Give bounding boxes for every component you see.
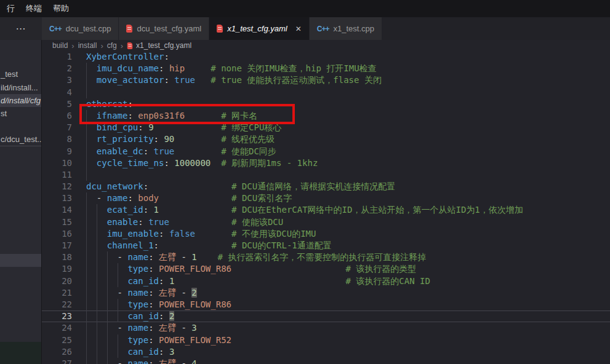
code-line[interactable]: 18 - name: 左臂 - 1 # 执行器索引名字，不需要控制的执行器可直接…: [42, 251, 610, 263]
line-content[interactable]: channel_1: # DCU的CTRL-1通道配置: [86, 240, 610, 251]
line-number[interactable]: 10: [42, 157, 72, 169]
line-number[interactable]: 2: [42, 63, 72, 74]
line-content[interactable]: ethercat:: [86, 98, 610, 110]
line-number[interactable]: 17: [42, 240, 72, 251]
line-number[interactable]: 16: [42, 228, 72, 240]
line-number[interactable]: 25: [42, 334, 72, 346]
line-number[interactable]: 12: [42, 181, 72, 192]
code-line[interactable]: 25 type: POWER_FLOW_R52: [42, 334, 610, 346]
code-line[interactable]: 10 cycle_time_ns: 1000000 # 刷新周期1ms - 1k…: [42, 157, 610, 169]
line-content[interactable]: enable: true # 使能该DCU: [86, 216, 610, 228]
line-content[interactable]: XyberController:: [86, 51, 610, 63]
code-line[interactable]: 4: [42, 87, 610, 98]
close-icon[interactable]: ✕: [295, 25, 302, 33]
sidebar-item[interactable]: [0, 254, 42, 267]
line-number[interactable]: 9: [42, 146, 72, 157]
breadcrumb-segment[interactable]: build: [52, 41, 68, 50]
code-line[interactable]: 5ethercat:: [42, 98, 610, 110]
sidebar-item[interactable]: _test: [0, 68, 42, 81]
tab-x1-test-cfg-yaml[interactable]: x1_test_cfg.yaml✕: [209, 17, 309, 40]
code-line[interactable]: 14 ecat_id: 1 # DCU在EtherCAT网络中的ID，从主站开始…: [42, 204, 610, 216]
code-line[interactable]: 8 rt_priority: 90 # 线程优先级: [42, 133, 610, 145]
code-line[interactable]: 12dcu_network: # DCU通信网络，请根据实机连接情况配置: [42, 181, 610, 192]
line-content[interactable]: [86, 169, 610, 181]
code-line[interactable]: 7 bind_cpu: 9 # 绑定CPU核心: [42, 122, 610, 133]
line-number[interactable]: 18: [42, 251, 72, 263]
tab-x1-test-cpp[interactable]: C++x1_test.cpp: [310, 17, 382, 40]
line-number[interactable]: 3: [42, 74, 72, 86]
line-number[interactable]: 6: [42, 110, 72, 122]
code-line[interactable]: 2 imu_dcu_name: hip # none 关闭IMU检查，hip 打…: [42, 63, 610, 74]
line-number[interactable]: 26: [42, 346, 72, 358]
code-line[interactable]: 22 type: POWER_FLOW_R86: [42, 299, 610, 311]
line-number[interactable]: 4: [42, 87, 72, 98]
code-line[interactable]: 26 can_id: 3: [42, 346, 610, 358]
breadcrumb-file[interactable]: x1_test_cfg.yaml: [127, 41, 191, 50]
code-line[interactable]: 17 channel_1: # DCU的CTRL-1通道配置: [42, 240, 610, 251]
line-number[interactable]: 15: [42, 216, 72, 228]
code-line[interactable]: 24 - name: 左臂 - 3: [42, 322, 610, 334]
line-content[interactable]: - name: 左臂 - 2: [86, 287, 610, 299]
line-number[interactable]: 23: [42, 311, 72, 322]
line-content[interactable]: - name: 左臂 - 4: [86, 358, 610, 364]
code-line[interactable]: 1XyberController:: [42, 51, 610, 63]
line-number[interactable]: 11: [42, 169, 72, 181]
line-content[interactable]: rt_priority: 90 # 线程优先级: [86, 133, 610, 145]
line-content[interactable]: imu_enable: false # 不使用该DCU的IMU: [86, 228, 610, 240]
line-number[interactable]: 8: [42, 133, 72, 145]
code-line[interactable]: 16 imu_enable: false # 不使用该DCU的IMU: [42, 228, 610, 240]
code-line[interactable]: 23 can_id: 2: [42, 311, 610, 322]
more-actions-button[interactable]: ⋯: [0, 17, 42, 40]
code-line[interactable]: 27 - name: 左臂 - 4: [42, 358, 610, 364]
code-line[interactable]: 9 enable_dc: true # 使能DC同步: [42, 146, 610, 157]
line-number[interactable]: 20: [42, 275, 72, 287]
line-content[interactable]: ecat_id: 1 # DCU在EtherCAT网络中的ID，从主站开始，第一…: [86, 204, 610, 216]
line-content[interactable]: - name: 左臂 - 3: [86, 322, 610, 334]
tab-dcu-test-cfg-yaml[interactable]: dcu_test_cfg.yaml: [119, 17, 209, 40]
line-content[interactable]: dcu_network: # DCU通信网络，请根据实机连接情况配置: [86, 181, 610, 192]
menu-item-help[interactable]: 帮助: [47, 1, 74, 16]
line-number[interactable]: 14: [42, 204, 72, 216]
code-area[interactable]: 1XyberController:2 imu_dcu_name: hip # n…: [42, 51, 610, 364]
line-number[interactable]: 21: [42, 287, 72, 299]
sidebar-item[interactable]: ild/install...: [0, 81, 42, 94]
code-line[interactable]: 3 move_actuator: true # true 使能执行器运动测试，f…: [42, 74, 610, 86]
line-number[interactable]: 1: [42, 51, 72, 63]
code-line[interactable]: 19 type: POWER_FLOW_R86 # 该执行器的类型: [42, 263, 610, 275]
line-content[interactable]: type: POWER_FLOW_R52: [86, 334, 610, 346]
line-content[interactable]: imu_dcu_name: hip # none 关闭IMU检查，hip 打开I…: [86, 63, 610, 74]
code-line[interactable]: 21 - name: 左臂 - 2: [42, 287, 610, 299]
line-number[interactable]: 19: [42, 263, 72, 275]
line-number[interactable]: 13: [42, 192, 72, 204]
line-content[interactable]: can_id: 3: [86, 346, 610, 358]
line-number[interactable]: 22: [42, 299, 72, 311]
line-number[interactable]: 24: [42, 322, 72, 334]
line-content[interactable]: - name: 左臂 - 1 # 执行器索引名字，不需要控制的执行器可直接注释掉: [86, 251, 610, 263]
menu-item-terminal[interactable]: 终端: [20, 1, 47, 16]
sidebar-item[interactable]: d/install/cfg: [0, 94, 42, 107]
tab-dcu-test-cpp[interactable]: C++dcu_test.cpp: [42, 17, 118, 40]
line-content[interactable]: bind_cpu: 9 # 绑定CPU核心: [86, 122, 610, 133]
line-content[interactable]: can_id: 1 # 该执行器的CAN ID: [86, 275, 610, 287]
line-number[interactable]: 27: [42, 358, 72, 364]
line-content[interactable]: enable_dc: true # 使能DC同步: [86, 146, 610, 157]
line-content[interactable]: type: POWER_FLOW_R86 # 该执行器的类型: [86, 263, 610, 275]
line-content[interactable]: ifname: enp0s31f6 # 网卡名: [86, 110, 610, 122]
sidebar-item[interactable]: st: [0, 107, 42, 120]
breadcrumb-segment[interactable]: cfg: [107, 41, 117, 50]
menu-item-run[interactable]: 行: [1, 1, 20, 16]
line-content[interactable]: can_id: 2: [86, 311, 610, 322]
line-content[interactable]: type: POWER_FLOW_R86: [86, 299, 610, 311]
code-line[interactable]: 20 can_id: 1 # 该执行器的CAN ID: [42, 275, 610, 287]
line-content[interactable]: move_actuator: true # true 使能执行器运动测试，fla…: [86, 74, 610, 86]
code-line[interactable]: 6 ifname: enp0s31f6 # 网卡名: [42, 110, 610, 122]
code-line[interactable]: 11: [42, 169, 610, 181]
line-number[interactable]: 7: [42, 122, 72, 133]
sidebar-item[interactable]: c/dcu_test...: [0, 133, 42, 146]
code-line[interactable]: 13 - name: body # DCU索引名字: [42, 192, 610, 204]
line-content[interactable]: [86, 87, 610, 98]
line-content[interactable]: - name: body # DCU索引名字: [86, 192, 610, 204]
line-number[interactable]: 5: [42, 98, 72, 110]
code-line[interactable]: 15 enable: true # 使能该DCU: [42, 216, 610, 228]
line-content[interactable]: cycle_time_ns: 1000000 # 刷新周期1ms - 1khz: [86, 157, 610, 169]
